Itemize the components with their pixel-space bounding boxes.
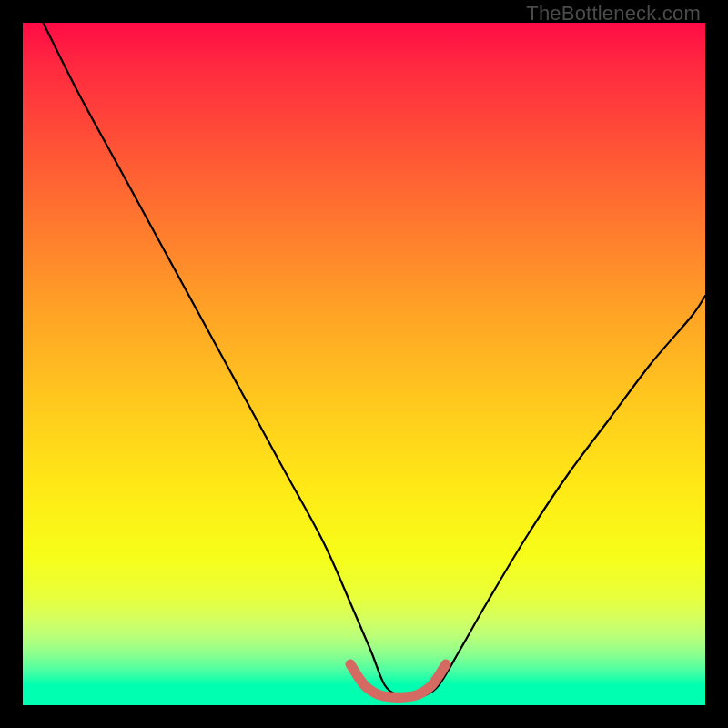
chart-frame: TheBottleneck.com — [0, 0, 728, 728]
main-curve — [44, 23, 706, 697]
plot-area — [23, 23, 705, 705]
curve-layer — [23, 23, 705, 705]
